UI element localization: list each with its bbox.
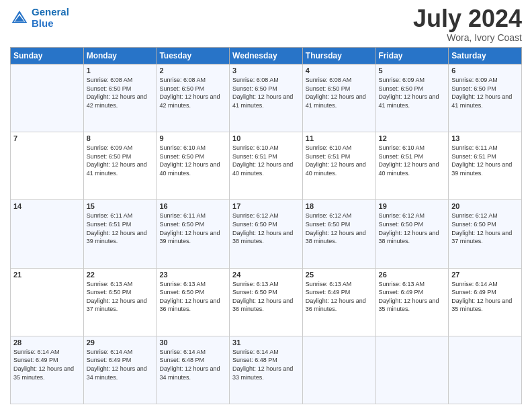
calendar-cell: 26Sunrise: 6:13 AM Sunset: 6:49 PM Dayli… <box>375 268 449 336</box>
day-info: Sunrise: 6:09 AM Sunset: 6:50 PM Dayligh… <box>379 76 446 109</box>
day-info: Sunrise: 6:11 AM Sunset: 6:50 PM Dayligh… <box>159 212 226 245</box>
day-number: 25 <box>306 271 373 279</box>
logo-text: General Blue <box>32 7 69 29</box>
week-row-3: 1415Sunrise: 6:11 AM Sunset: 6:51 PM Day… <box>11 200 522 268</box>
calendar-cell: 21 <box>11 268 84 336</box>
calendar-table: SundayMondayTuesdayWednesdayThursdayFrid… <box>10 47 522 404</box>
day-number: 29 <box>87 338 154 347</box>
header: General Blue July 2024 Wora, Ivory Coast <box>10 7 522 43</box>
calendar-cell: 7 <box>11 132 84 200</box>
day-number: 7 <box>13 134 81 142</box>
day-info: Sunrise: 6:12 AM Sunset: 6:50 PM Dayligh… <box>451 212 519 245</box>
calendar-cell: 31Sunrise: 6:14 AM Sunset: 6:48 PM Dayli… <box>230 336 303 404</box>
day-number: 17 <box>232 202 300 210</box>
day-info: Sunrise: 6:11 AM Sunset: 6:51 PM Dayligh… <box>87 212 154 245</box>
day-info: Sunrise: 6:08 AM Sunset: 6:50 PM Dayligh… <box>232 76 300 109</box>
day-info: Sunrise: 6:11 AM Sunset: 6:51 PM Dayligh… <box>451 144 519 177</box>
day-number: 14 <box>13 202 81 210</box>
day-number: 11 <box>306 134 373 142</box>
day-info: Sunrise: 6:09 AM Sunset: 6:50 PM Dayligh… <box>87 144 154 177</box>
week-row-1: 1Sunrise: 6:08 AM Sunset: 6:50 PM Daylig… <box>11 64 522 132</box>
day-info: Sunrise: 6:08 AM Sunset: 6:50 PM Dayligh… <box>87 76 154 109</box>
day-info: Sunrise: 6:12 AM Sunset: 6:50 PM Dayligh… <box>306 212 373 245</box>
day-info: Sunrise: 6:14 AM Sunset: 6:48 PM Dayligh… <box>232 348 300 381</box>
day-number: 30 <box>159 338 226 347</box>
day-info: Sunrise: 6:14 AM Sunset: 6:49 PM Dayligh… <box>451 280 519 314</box>
day-info: Sunrise: 6:12 AM Sunset: 6:50 PM Dayligh… <box>232 212 300 245</box>
calendar-cell: 18Sunrise: 6:12 AM Sunset: 6:50 PM Dayli… <box>302 200 375 268</box>
day-info: Sunrise: 6:13 AM Sunset: 6:50 PM Dayligh… <box>232 280 300 314</box>
calendar-cell: 2Sunrise: 6:08 AM Sunset: 6:50 PM Daylig… <box>157 64 230 132</box>
day-info: Sunrise: 6:10 AM Sunset: 6:51 PM Dayligh… <box>379 144 446 177</box>
calendar-cell: 27Sunrise: 6:14 AM Sunset: 6:49 PM Dayli… <box>449 268 522 336</box>
day-info: Sunrise: 6:10 AM Sunset: 6:50 PM Dayligh… <box>159 144 226 177</box>
week-row-5: 28Sunrise: 6:14 AM Sunset: 6:49 PM Dayli… <box>11 336 522 404</box>
day-number: 9 <box>159 134 226 142</box>
location: Wora, Ivory Coast <box>413 32 522 43</box>
day-number: 16 <box>159 202 226 210</box>
day-info: Sunrise: 6:10 AM Sunset: 6:51 PM Dayligh… <box>232 144 300 177</box>
day-info: Sunrise: 6:13 AM Sunset: 6:50 PM Dayligh… <box>159 280 226 314</box>
day-number: 4 <box>306 66 373 75</box>
day-number: 1 <box>87 66 154 75</box>
day-number: 10 <box>232 134 300 142</box>
week-row-4: 2122Sunrise: 6:13 AM Sunset: 6:50 PM Day… <box>11 268 522 336</box>
day-number: 15 <box>87 202 154 210</box>
day-number: 21 <box>13 271 81 279</box>
calendar-cell: 23Sunrise: 6:13 AM Sunset: 6:50 PM Dayli… <box>157 268 230 336</box>
day-info: Sunrise: 6:13 AM Sunset: 6:49 PM Dayligh… <box>306 280 373 314</box>
day-number: 13 <box>451 134 519 142</box>
calendar-cell: 4Sunrise: 6:08 AM Sunset: 6:50 PM Daylig… <box>302 64 375 132</box>
day-info: Sunrise: 6:14 AM Sunset: 6:48 PM Dayligh… <box>159 348 226 381</box>
logo-icon <box>10 9 29 28</box>
calendar-cell: 17Sunrise: 6:12 AM Sunset: 6:50 PM Dayli… <box>230 200 303 268</box>
day-info: Sunrise: 6:13 AM Sunset: 6:49 PM Dayligh… <box>379 280 446 314</box>
page: General Blue July 2024 Wora, Ivory Coast… <box>0 0 532 411</box>
calendar-cell: 3Sunrise: 6:08 AM Sunset: 6:50 PM Daylig… <box>230 64 303 132</box>
day-info: Sunrise: 6:10 AM Sunset: 6:51 PM Dayligh… <box>306 144 373 177</box>
calendar-cell <box>11 64 84 132</box>
weekday-header-friday: Friday <box>375 48 449 64</box>
calendar-cell: 12Sunrise: 6:10 AM Sunset: 6:51 PM Dayli… <box>375 132 449 200</box>
month-title: July 2024 <box>413 7 522 31</box>
day-number: 6 <box>451 66 519 75</box>
day-number: 19 <box>379 202 446 210</box>
calendar-cell: 22Sunrise: 6:13 AM Sunset: 6:50 PM Dayli… <box>83 268 157 336</box>
calendar-cell: 16Sunrise: 6:11 AM Sunset: 6:50 PM Dayli… <box>157 200 230 268</box>
calendar-cell: 6Sunrise: 6:09 AM Sunset: 6:50 PM Daylig… <box>449 64 522 132</box>
calendar-cell: 14 <box>11 200 84 268</box>
day-info: Sunrise: 6:14 AM Sunset: 6:49 PM Dayligh… <box>13 348 81 381</box>
calendar-cell: 10Sunrise: 6:10 AM Sunset: 6:51 PM Dayli… <box>230 132 303 200</box>
day-info: Sunrise: 6:14 AM Sunset: 6:49 PM Dayligh… <box>87 348 154 381</box>
day-number: 5 <box>379 66 446 75</box>
day-number: 28 <box>13 338 81 347</box>
day-info: Sunrise: 6:13 AM Sunset: 6:50 PM Dayligh… <box>87 280 154 314</box>
calendar-cell: 30Sunrise: 6:14 AM Sunset: 6:48 PM Dayli… <box>157 336 230 404</box>
day-number: 26 <box>379 271 446 279</box>
calendar-cell: 8Sunrise: 6:09 AM Sunset: 6:50 PM Daylig… <box>83 132 157 200</box>
day-info: Sunrise: 6:09 AM Sunset: 6:50 PM Dayligh… <box>451 76 519 109</box>
day-number: 23 <box>159 271 226 279</box>
calendar-cell: 11Sunrise: 6:10 AM Sunset: 6:51 PM Dayli… <box>302 132 375 200</box>
calendar-cell: 28Sunrise: 6:14 AM Sunset: 6:49 PM Dayli… <box>11 336 84 404</box>
calendar-cell <box>449 336 522 404</box>
logo: General Blue <box>10 7 69 29</box>
calendar-cell: 1Sunrise: 6:08 AM Sunset: 6:50 PM Daylig… <box>83 64 157 132</box>
title-block: July 2024 Wora, Ivory Coast <box>413 7 522 43</box>
day-info: Sunrise: 6:12 AM Sunset: 6:50 PM Dayligh… <box>379 212 446 245</box>
day-number: 27 <box>451 271 519 279</box>
calendar-cell: 25Sunrise: 6:13 AM Sunset: 6:49 PM Dayli… <box>302 268 375 336</box>
day-info: Sunrise: 6:08 AM Sunset: 6:50 PM Dayligh… <box>306 76 373 109</box>
calendar-cell: 24Sunrise: 6:13 AM Sunset: 6:50 PM Dayli… <box>230 268 303 336</box>
day-number: 18 <box>306 202 373 210</box>
calendar-cell: 29Sunrise: 6:14 AM Sunset: 6:49 PM Dayli… <box>83 336 157 404</box>
calendar-cell <box>302 336 375 404</box>
weekday-header-wednesday: Wednesday <box>230 48 303 64</box>
calendar-cell: 9Sunrise: 6:10 AM Sunset: 6:50 PM Daylig… <box>157 132 230 200</box>
day-number: 22 <box>87 271 154 279</box>
calendar-cell: 13Sunrise: 6:11 AM Sunset: 6:51 PM Dayli… <box>449 132 522 200</box>
day-number: 8 <box>87 134 154 142</box>
day-number: 31 <box>232 338 300 347</box>
calendar-cell: 5Sunrise: 6:09 AM Sunset: 6:50 PM Daylig… <box>375 64 449 132</box>
day-number: 2 <box>159 66 226 75</box>
